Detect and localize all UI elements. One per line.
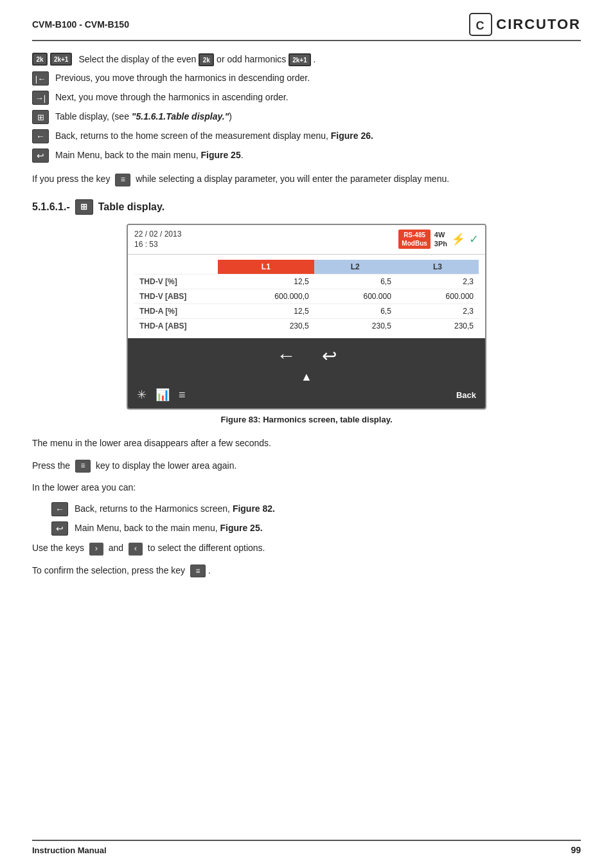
bullet-icon-2: |← bbox=[32, 71, 49, 86]
row-l3-thd-v-abs: 600.000 bbox=[396, 289, 479, 304]
row-l3-thd-a-abs: 230,5 bbox=[396, 319, 479, 334]
sub-bullets-section: ← Back, returns to the Harmonics screen,… bbox=[51, 502, 581, 536]
para3-suffix: key to display the lower area again. bbox=[96, 460, 236, 471]
figure-caption: Figure 83: Harmonics screen, table displ… bbox=[32, 415, 581, 424]
table-body: THD-V [%] 12,5 6,5 2,3 THD-V [ABS] 600.0… bbox=[134, 275, 479, 334]
logo: C CIRCUTOR bbox=[469, 13, 581, 36]
screen-up-row: ▲ bbox=[134, 370, 479, 384]
data-table: L1 L2 L3 THD-V [%] 12,5 6,5 2,3 THD-V [A… bbox=[134, 260, 479, 333]
sub-bullet-text-2: Main Menu, back to the main menu, Figure… bbox=[75, 521, 263, 535]
table-row-thd-v-abs: THD-V [ABS] 600.000,0 600.000 600.000 bbox=[134, 289, 479, 304]
row-l2-thd-v-pct: 6,5 bbox=[314, 275, 396, 289]
bullet-text-5: Back, returns to the home screen of the … bbox=[55, 129, 373, 143]
para5-prefix: Use the keys bbox=[32, 543, 84, 553]
section-table-icon bbox=[75, 199, 93, 215]
4w-status: 4W3Ph bbox=[434, 230, 447, 249]
row-label-thd-a-abs: THD-A [ABS] bbox=[134, 319, 218, 334]
screen-table-area: L1 L2 L3 THD-V [%] 12,5 6,5 2,3 THD-V [A… bbox=[128, 255, 485, 333]
sub-bullet-icon-2 bbox=[51, 521, 68, 536]
para6-suffix: . bbox=[208, 565, 211, 575]
page-footer: Instruction Manual 99 bbox=[32, 840, 581, 855]
device-screen: 22 / 02 / 2013 16 : 53 RS-485ModBus 4W3P… bbox=[127, 224, 486, 410]
2k1-inline-badge: 2k+1 bbox=[289, 53, 311, 66]
bullet-text-4: Table display, (see "5.1.6.1.Table displ… bbox=[55, 110, 232, 123]
row-l2-thd-v-abs: 600.000 bbox=[314, 289, 396, 304]
table-row-thd-v-pct: THD-V [%] 12,5 6,5 2,3 bbox=[134, 275, 479, 289]
rs485-badge: RS-485ModBus bbox=[398, 230, 430, 249]
col-header-l3: L3 bbox=[396, 260, 479, 275]
row-l2-thd-a-abs: 230,5 bbox=[314, 319, 396, 334]
row-label-thd-v-abs: THD-V [ABS] bbox=[134, 289, 218, 304]
settings-icon[interactable]: ✳ bbox=[137, 388, 147, 402]
para1-suffix: while selecting a display parameter, you… bbox=[136, 174, 449, 184]
prev-icon: |← bbox=[32, 71, 49, 86]
logo-text: CIRCUTOR bbox=[496, 16, 581, 33]
bullet-text-1: Select the display of the even 2k or odd… bbox=[78, 53, 315, 66]
para3-prefix: Press the bbox=[32, 460, 70, 471]
page: CVM-B100 - CVM-B150 C CIRCUTOR 2k 2k+1 S… bbox=[0, 0, 613, 868]
row-l3-thd-a-pct: 2,3 bbox=[396, 304, 479, 319]
2k-inline-badge: 2k bbox=[199, 53, 214, 66]
bullet-icon-1: 2k 2k+1 bbox=[32, 53, 72, 66]
screen-datetime: 22 / 02 / 2013 16 : 53 bbox=[134, 229, 181, 251]
logo-icon: C bbox=[469, 13, 492, 36]
row-l1-thd-v-abs: 600.000,0 bbox=[218, 289, 314, 304]
screen-time: 16 : 53 bbox=[134, 239, 181, 250]
table-header-row: L1 L2 L3 bbox=[134, 260, 479, 275]
row-l1-thd-a-pct: 12,5 bbox=[218, 304, 314, 319]
figure26-ref: Figure 26. bbox=[331, 131, 373, 141]
bullet-text-6: Main Menu, back to the main menu, Figure… bbox=[55, 149, 244, 162]
row-l1-thd-v-pct: 12,5 bbox=[218, 275, 314, 289]
back-nav-icon: ← bbox=[32, 129, 49, 143]
para5-suffix: to select the different options. bbox=[148, 543, 265, 553]
table-display-ref: "5.1.6.1.Table display." bbox=[132, 111, 229, 122]
screen-status: RS-485ModBus 4W3Ph ⚡ ✓ bbox=[398, 230, 479, 249]
check-icon: ✓ bbox=[469, 232, 479, 246]
sub-bullet-row-1: ← Back, returns to the Harmonics screen,… bbox=[51, 502, 581, 516]
2k-badge: 2k bbox=[32, 53, 48, 66]
bullet-icon-4 bbox=[32, 110, 49, 124]
figure25b-ref: Figure 25. bbox=[220, 523, 262, 533]
para1-prefix: If you press the key bbox=[32, 174, 110, 184]
row-l1-thd-a-abs: 230,5 bbox=[218, 319, 314, 334]
footer-left: Instruction Manual bbox=[32, 845, 107, 855]
screen-bottom-nav: ← ↩ ▲ ✳ 📊 ≡ Back bbox=[128, 338, 485, 408]
table-row-thd-a-pct: THD-A [%] 12,5 6,5 2,3 bbox=[134, 304, 479, 319]
para5-mid: and bbox=[109, 543, 123, 553]
screen-back-icon[interactable]: ← bbox=[277, 345, 296, 366]
col-header-l2: L2 bbox=[314, 260, 396, 275]
row-l2-thd-a-pct: 6,5 bbox=[314, 304, 396, 319]
sub-mainmenu-icon bbox=[51, 521, 68, 536]
screen-mainmenu-icon[interactable]: ↩ bbox=[322, 345, 337, 366]
bullet-icon-6 bbox=[32, 149, 49, 163]
para-5: Use the keys › and ‹ to select the diffe… bbox=[32, 541, 581, 555]
bullet-row-2: |← Previous, you move through the harmon… bbox=[32, 71, 581, 86]
para2-text: The menu in the lower area disappears af… bbox=[32, 438, 271, 448]
bullet-icon-3: →| bbox=[32, 91, 49, 105]
section-title: 5.1.6.1.- Table display. bbox=[32, 199, 581, 215]
voltage-icon: ⚡ bbox=[451, 232, 465, 246]
chevron-left-icon: ‹ bbox=[129, 543, 143, 556]
graph-icon[interactable]: 📊 bbox=[155, 388, 170, 402]
screen-bottom-bar: ✳ 📊 ≡ Back bbox=[134, 388, 479, 402]
bullet-row-6: Main Menu, back to the main menu, Figure… bbox=[32, 149, 581, 163]
para-1: If you press the key ≡ while selecting a… bbox=[32, 172, 581, 186]
table-display-icon bbox=[32, 110, 49, 124]
sub-back-icon: ← bbox=[51, 502, 68, 516]
section-number: 5.1.6.1.- bbox=[32, 201, 70, 213]
sub-bullet-text-1: Back, returns to the Harmonics screen, F… bbox=[75, 502, 275, 516]
bullet-row-1: 2k 2k+1 Select the display of the even 2… bbox=[32, 53, 581, 66]
menu-key-icon-2: ≡ bbox=[75, 460, 91, 473]
col-header-empty bbox=[134, 260, 218, 275]
back-button-label[interactable]: Back bbox=[456, 390, 476, 400]
chevron-right-icon: › bbox=[89, 543, 103, 556]
sub-bullet-row-2: Main Menu, back to the main menu, Figure… bbox=[51, 521, 581, 536]
next-icon: →| bbox=[32, 91, 49, 105]
screen-up-icon[interactable]: ▲ bbox=[301, 370, 312, 384]
header-title: CVM-B100 - CVM-B150 bbox=[32, 19, 129, 30]
bullet-text-3: Next, you move through the harmonics in … bbox=[55, 91, 289, 104]
menu-key-icon-3: ≡ bbox=[190, 565, 206, 577]
list-icon[interactable]: ≡ bbox=[179, 388, 186, 402]
bullet-row-3: →| Next, you move through the harmonics … bbox=[32, 91, 581, 105]
para4-text: In the lower area you can: bbox=[32, 482, 136, 493]
